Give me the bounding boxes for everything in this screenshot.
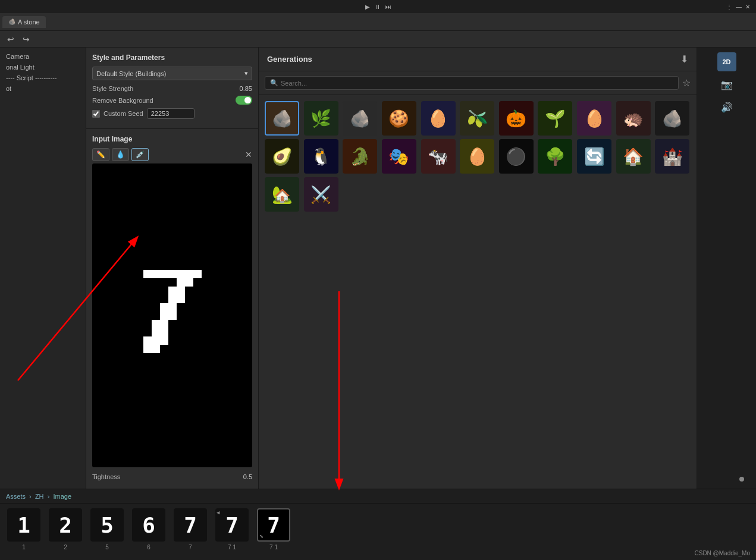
sidebar-item-script[interactable]: ---- Script ---------- — [4, 73, 82, 83]
gen-item-6-img: 🫒 — [467, 109, 488, 128]
image-close-button[interactable]: ✕ — [245, 150, 252, 159]
gen-item-15[interactable]: 🎭 — [382, 139, 416, 174]
gen-item-15-img: 🎭 — [388, 147, 409, 166]
style-parameters-section: Style and Parameters Default Style (Buil… — [86, 48, 258, 129]
input-image-section: Input Image ✏️ 💧 💉 ✕ — [86, 129, 258, 489]
gen-item-13[interactable]: 🐧 — [304, 139, 338, 174]
asset-item-712[interactable]: 7 ⤡ 7 1 — [256, 508, 291, 550]
gen-item-23[interactable]: 🏡 — [265, 177, 299, 212]
sidebar-item-ot[interactable]: ot — [4, 83, 82, 94]
custom-seed-label: Custom Seed — [103, 110, 143, 117]
asset-label-7: 7 — [189, 544, 192, 550]
gen-item-10[interactable]: 🦔 — [616, 101, 651, 136]
generations-panel: Generations ⬇ 🔍 ☆ 🪨 🌿 🪨 🍪 — [259, 48, 697, 489]
style-strength-value: 0.85 — [240, 85, 252, 92]
menu-icon[interactable]: ⋮ — [726, 4, 732, 10]
fill-tool-button[interactable]: 💧 — [112, 148, 129, 161]
far-right-toolbar: 2D 📷 🔊 — [697, 48, 756, 489]
pencil-tool-button[interactable]: ✏️ — [92, 148, 109, 161]
gen-search-box[interactable]: 🔍 — [265, 76, 679, 90]
gen-item-24[interactable]: ⚔️ — [304, 177, 338, 212]
gen-item-8[interactable]: 🌱 — [538, 101, 572, 136]
play-controls: ▶ ⏸ ⏭ — [365, 4, 391, 10]
gen-item-11-img: 🪨 — [662, 109, 683, 128]
gen-item-12-img: 🥑 — [272, 147, 293, 166]
tightness-label: Tightness — [92, 473, 120, 480]
digit-2: 2 — [59, 513, 72, 537]
custom-seed-checkbox[interactable] — [92, 110, 100, 118]
gen-item-22[interactable]: 🏰 — [655, 139, 689, 174]
seed-input[interactable] — [147, 108, 195, 119]
gen-item-2[interactable]: 🌿 — [304, 101, 338, 136]
undo-button[interactable]: ↩ — [5, 34, 17, 44]
gen-item-7[interactable]: 🎃 — [499, 101, 534, 136]
gen-item-1[interactable]: 🪨 — [265, 101, 299, 136]
gen-item-17[interactable]: 🥚 — [460, 139, 494, 174]
asset-label-712: 7 1 — [269, 544, 278, 550]
generations-title: Generations — [267, 55, 312, 64]
toolbar-2d-button[interactable]: 2D — [717, 52, 736, 71]
gen-item-19[interactable]: 🌳 — [538, 139, 572, 174]
play-button[interactable]: ▶ — [365, 4, 370, 10]
pause-button[interactable]: ⏸ — [375, 4, 381, 10]
asset-item-1[interactable]: 1 1 — [6, 508, 42, 550]
generations-header: Generations ⬇ — [259, 48, 697, 71]
gen-search-input[interactable] — [281, 80, 673, 87]
breadcrumb-bar: Assets › ZH › Image — [0, 489, 756, 503]
asset-item-2[interactable]: 2 2 — [48, 508, 83, 550]
tab-a-stone[interactable]: 🪨 A stone — [2, 16, 46, 28]
toolbar-camera-button[interactable]: 📷 — [717, 75, 736, 94]
digit-7: 7 — [184, 513, 197, 537]
gen-item-5[interactable]: 🥚 — [421, 101, 456, 136]
remove-bg-label: Remove Background — [92, 97, 153, 104]
download-button[interactable]: ⬇ — [680, 54, 688, 65]
sidebar-item-light[interactable]: onal Light — [4, 62, 82, 73]
asset-item-6[interactable]: 6 6 — [131, 508, 167, 550]
gen-item-20-img: 🔄 — [584, 147, 605, 166]
asset-label-1: 1 — [22, 544, 26, 550]
redo-button[interactable]: ↪ — [20, 34, 32, 44]
tab-label: A stone — [18, 18, 40, 26]
gen-item-16-img: 🐄 — [428, 147, 448, 166]
remove-bg-toggle[interactable] — [236, 96, 252, 105]
asset-label-2: 2 — [64, 544, 67, 550]
gen-item-23-img: 🏡 — [272, 185, 293, 205]
gen-item-11[interactable]: 🪨 — [655, 101, 689, 136]
middle-panel: Style and Parameters Default Style (Buil… — [86, 48, 259, 489]
style-strength-row: Style Strength 0.85 — [92, 85, 252, 92]
close-button[interactable]: ✕ — [745, 4, 750, 10]
next-button[interactable]: ⏭ — [385, 4, 391, 10]
gen-item-6[interactable]: 🫒 — [460, 101, 494, 136]
breadcrumb: Assets › ZH › Image — [6, 493, 71, 500]
toolbar-sound-button[interactable]: 🔊 — [717, 97, 736, 117]
eyedropper-tool-button[interactable]: 💉 — [131, 148, 149, 161]
gen-item-4[interactable]: 🍪 — [382, 101, 416, 136]
asset-item-5[interactable]: 5 5 — [89, 508, 125, 550]
minimize-button[interactable]: — — [736, 4, 742, 10]
sidebar-item-camera[interactable]: Camera — [4, 51, 82, 62]
gen-item-20[interactable]: 🔄 — [577, 139, 611, 174]
gen-item-16[interactable]: 🐄 — [421, 139, 456, 174]
gen-item-18[interactable]: ⚫ — [499, 139, 534, 174]
asset-thumb-6: 6 — [132, 508, 165, 542]
favorite-button[interactable]: ☆ — [682, 77, 691, 89]
gen-item-21[interactable]: 🏠 — [616, 139, 651, 174]
digit-71: 7 — [225, 513, 239, 537]
image-preview — [92, 163, 252, 467]
asset-item-71[interactable]: 7 ◀ 7 1 — [214, 508, 250, 550]
gen-item-12[interactable]: 🥑 — [265, 139, 299, 174]
gen-item-9[interactable]: 🥚 — [577, 101, 611, 136]
gen-item-8-img: 🌱 — [545, 109, 566, 128]
gen-item-14[interactable]: 🐊 — [343, 139, 377, 174]
asset-thumb-712: 7 ⤡ — [257, 508, 290, 542]
asset-thumb-5: 5 — [90, 508, 124, 542]
digit-712: 7 — [267, 513, 280, 537]
digit-1: 1 — [17, 513, 30, 537]
asset-item-7[interactable]: 7 7 — [172, 508, 208, 550]
asset-label-6: 6 — [147, 544, 150, 550]
asset-strip: 1 1 2 2 5 5 6 6 7 7 7 ◀ 7 1 7 ⤡ — [0, 503, 756, 560]
asset-label-5: 5 — [105, 544, 109, 550]
gen-item-4-img: 🍪 — [388, 109, 409, 128]
gen-item-3[interactable]: 🪨 — [343, 101, 377, 136]
style-dropdown[interactable]: Default Style (Buildings) ▾ — [92, 67, 252, 80]
